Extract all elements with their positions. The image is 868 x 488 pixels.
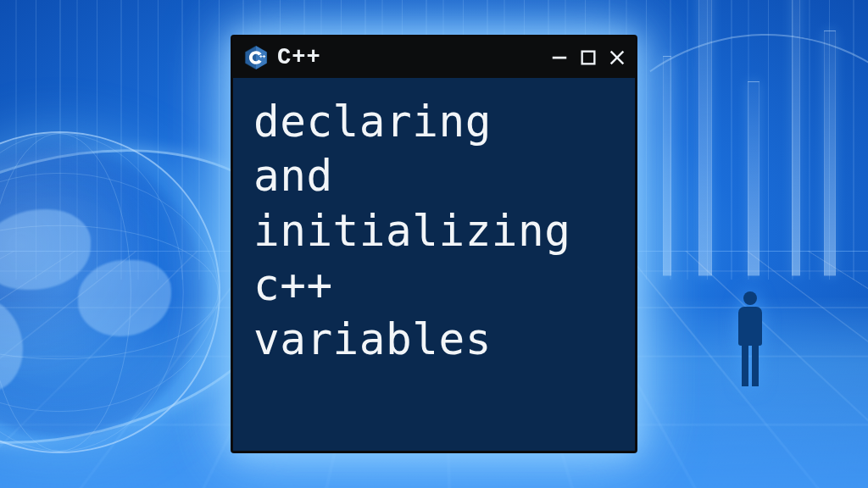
window-title: C++ — [277, 45, 542, 70]
svg-rect-3 — [259, 56, 262, 57]
minimize-button[interactable] — [550, 48, 569, 67]
terminal-window: C++ declaring and initializing c++ varia… — [231, 35, 637, 453]
maximize-button[interactable] — [579, 48, 598, 67]
close-button[interactable] — [608, 48, 626, 67]
svg-rect-7 — [582, 52, 595, 64]
titlebar[interactable]: C++ — [233, 37, 635, 78]
cpp-logo-icon — [243, 45, 269, 70]
window-content: declaring and initializing c++ variables — [233, 78, 635, 451]
window-controls — [550, 48, 626, 67]
bg-silhouette-person — [732, 291, 768, 386]
svg-rect-5 — [263, 56, 265, 57]
content-text: declaring and initializing c++ variables — [253, 95, 615, 367]
